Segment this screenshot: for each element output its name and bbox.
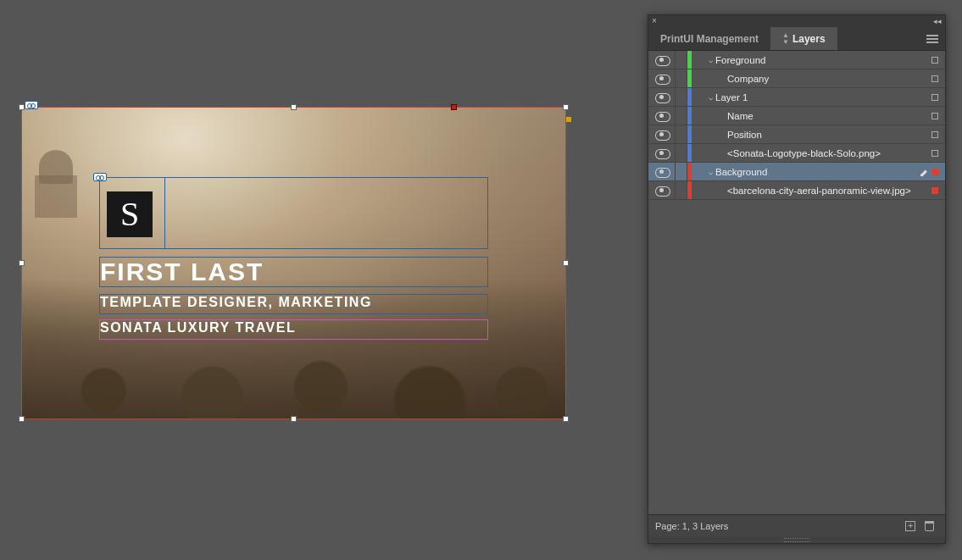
new-layer-button[interactable] xyxy=(901,515,920,536)
layers-list[interactable]: ⌵ForegroundCompany⌵Layer 1NamePosition<S… xyxy=(648,51,945,514)
layer-row-end xyxy=(920,57,945,64)
panel-collapse-icon[interactable]: ◂◂ xyxy=(933,17,942,25)
layer-selection-box[interactable] xyxy=(931,75,938,82)
layer-row[interactable]: ⌵Background xyxy=(648,163,945,181)
layers-panel: × ◂◂ PrintUI Management ▲▼ Layers ⌵Foreg… xyxy=(648,14,946,544)
visibility-toggle[interactable] xyxy=(648,125,676,143)
lock-cell[interactable] xyxy=(676,163,687,180)
visibility-toggle[interactable] xyxy=(648,144,676,162)
panel-titlebar[interactable]: × ◂◂ xyxy=(648,15,945,27)
layer-selection-box[interactable] xyxy=(931,131,938,138)
tab-layers[interactable]: ▲▼ Layers xyxy=(770,27,837,50)
visibility-toggle[interactable] xyxy=(648,69,676,87)
layer-row[interactable]: Name xyxy=(648,107,945,125)
layer-row-content: <barcelona-city-aeral-panoramic-view.jpg… xyxy=(692,181,920,199)
panel-menu-button[interactable] xyxy=(920,27,945,50)
layer-row[interactable]: Position xyxy=(648,125,945,144)
layer-selection-box[interactable] xyxy=(931,150,938,157)
disclosure-icon[interactable]: ⌵ xyxy=(705,56,715,64)
footer-status: Page: 1, 3 Layers xyxy=(655,521,728,531)
lock-cell[interactable] xyxy=(676,144,687,162)
layer-row[interactable]: <barcelona-city-aeral-panoramic-view.jpg… xyxy=(648,181,945,200)
pencil-icon xyxy=(920,167,927,177)
logo-frame[interactable]: S xyxy=(99,177,165,249)
layer-row-end xyxy=(920,150,945,157)
layer-row-end xyxy=(920,167,945,177)
panel-close-icon[interactable]: × xyxy=(652,17,660,25)
selection-handle-se[interactable] xyxy=(563,416,569,422)
background-image-detail xyxy=(35,150,77,218)
tab-layers-label: Layers xyxy=(792,33,826,45)
layer-row-content: Company xyxy=(692,69,920,87)
layer-row[interactable]: ⌵Foreground xyxy=(648,51,945,69)
layer-label: <Sonata-Logotype-black-Solo.png> xyxy=(727,148,881,158)
layer-label: Foreground xyxy=(715,55,765,65)
selection-handle-w[interactable] xyxy=(19,260,25,266)
disclosure-icon[interactable]: ⌵ xyxy=(705,168,715,176)
panel-resize-handle[interactable] xyxy=(648,536,945,543)
layer-row-end xyxy=(920,113,945,119)
layer-row-content: ⌵Foreground xyxy=(692,51,920,69)
layer-selection-box[interactable] xyxy=(931,113,938,119)
visibility-toggle[interactable] xyxy=(648,163,676,180)
disclosure-icon[interactable]: ⌵ xyxy=(705,93,715,102)
selection-handle-nw[interactable] xyxy=(19,104,25,110)
visibility-toggle[interactable] xyxy=(648,51,676,69)
layer-selection-box[interactable] xyxy=(931,57,938,64)
selection-handle-sw[interactable] xyxy=(19,416,25,422)
eye-icon xyxy=(655,93,669,102)
document-canvas[interactable]: S FIRST LAST TEMPLATE DESIGNER, MARKETIN… xyxy=(22,108,565,419)
hamburger-icon xyxy=(926,35,938,43)
eye-icon xyxy=(655,130,669,139)
layer-row-end xyxy=(920,187,945,194)
lock-cell[interactable] xyxy=(676,51,687,69)
selection-handle-top-ref[interactable] xyxy=(451,104,457,110)
panel-tabs: PrintUI Management ▲▼ Layers xyxy=(648,27,945,51)
layer-label: Background xyxy=(715,167,767,177)
lock-cell[interactable] xyxy=(676,88,687,106)
position-text-frame[interactable]: TEMPLATE DESIGNER, MARKETING xyxy=(99,294,488,314)
layer-row-end xyxy=(920,75,945,82)
panel-footer: Page: 1, 3 Layers xyxy=(648,514,945,536)
link-badge-icon xyxy=(93,173,107,181)
logo-letter: S xyxy=(107,191,153,237)
layer-label: Company xyxy=(727,74,769,84)
eye-icon xyxy=(655,186,669,195)
visibility-toggle[interactable] xyxy=(648,107,676,125)
eye-icon xyxy=(655,112,669,120)
layer-row-content: ⌵Layer 1 xyxy=(692,88,920,106)
lock-cell[interactable] xyxy=(676,107,687,125)
layer-label: Name xyxy=(727,111,753,121)
layer-row[interactable]: ⌵Layer 1 xyxy=(648,88,945,107)
link-badge-icon xyxy=(25,101,38,109)
visibility-toggle[interactable] xyxy=(648,88,676,106)
company-text-frame[interactable]: SONATA LUXURY TRAVEL xyxy=(99,319,488,340)
lock-cell[interactable] xyxy=(676,125,687,143)
layer-row[interactable]: <Sonata-Logotype-black-Solo.png> xyxy=(648,144,945,163)
selection-handle-e[interactable] xyxy=(563,260,569,266)
layer-selection-box[interactable] xyxy=(931,94,938,101)
eye-icon xyxy=(655,56,669,64)
selection-handle-n[interactable] xyxy=(291,104,297,110)
layer-row-content: <Sonata-Logotype-black-Solo.png> xyxy=(692,144,920,162)
layer-label: Layer 1 xyxy=(715,92,748,103)
delete-layer-button[interactable] xyxy=(920,515,938,536)
layer-row-content: ⌵Background xyxy=(692,163,920,180)
eye-icon xyxy=(655,168,669,176)
visibility-toggle[interactable] xyxy=(648,181,676,199)
layer-selection-box[interactable] xyxy=(931,187,938,194)
name-text-frame[interactable]: FIRST LAST xyxy=(99,257,488,287)
layer-row-content: Name xyxy=(692,107,920,125)
trash-icon xyxy=(925,521,934,531)
sort-icon: ▲▼ xyxy=(782,32,789,46)
selection-handle-ne[interactable] xyxy=(563,104,569,110)
layer-row-content: Position xyxy=(692,125,920,143)
layer-row[interactable]: Company xyxy=(648,69,945,88)
selection-handle-s[interactable] xyxy=(291,416,297,422)
tab-printui-management[interactable]: PrintUI Management xyxy=(648,27,770,50)
lock-cell[interactable] xyxy=(676,181,687,199)
layer-selection-box[interactable] xyxy=(932,169,938,175)
lock-cell[interactable] xyxy=(676,69,687,87)
layer-row-end xyxy=(920,131,945,138)
layer-label: Position xyxy=(727,130,762,140)
